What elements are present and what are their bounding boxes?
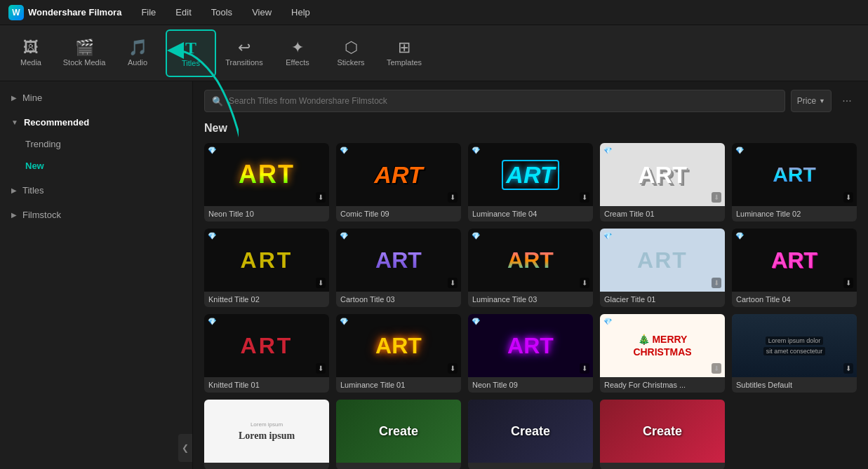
- lorem-text: Lorem ipsum: [239, 430, 295, 442]
- sidebar-titles-header[interactable]: ▶ Titles: [0, 179, 192, 201]
- art-text: ART: [773, 163, 816, 186]
- stickers-label: Stickers: [337, 58, 364, 67]
- download-icon[interactable]: ⬇: [448, 363, 458, 374]
- download-icon[interactable]: ⬇: [712, 192, 721, 203]
- search-input[interactable]: [229, 96, 777, 106]
- card-label-subtitles: Subtitles Default: [732, 377, 857, 393]
- toolbar-effects[interactable]: ✦ Effects: [272, 29, 323, 77]
- create-text-1: Create: [379, 424, 418, 439]
- premium-icon: 💎: [603, 232, 612, 240]
- title-card-cartoon04[interactable]: 💎 ART ⬇ Cartoon Title 04: [732, 229, 857, 307]
- sidebar-mine-header[interactable]: ▶ Mine: [0, 87, 192, 109]
- title-card-knitted02[interactable]: 💎 ART ⬇ Knitted Title 02: [204, 229, 329, 307]
- card-label-cartoon03: Cartoon Title 03: [336, 292, 461, 307]
- download-icon[interactable]: ⬇: [843, 192, 853, 203]
- title-card-neon10[interactable]: 💎 ART ⬇ Neon Title 10: [204, 143, 329, 222]
- art-text: ART: [241, 333, 293, 359]
- card-thumb-knitted01: 💎 ART ⬇: [204, 314, 329, 377]
- title-card-lum01[interactable]: 💎 ART ⬇ Luminance Title 01: [336, 314, 461, 393]
- premium-icon: 💎: [735, 147, 744, 154]
- toolbar-templates[interactable]: ⊞ Templates: [379, 29, 429, 77]
- sidebar-item-trending[interactable]: Trending: [0, 133, 192, 155]
- toolbar-media[interactable]: 🖼 Media: [6, 29, 56, 77]
- premium-icon: 💎: [340, 232, 348, 240]
- app-icon: W: [8, 5, 24, 20]
- download-icon[interactable]: ⬇: [316, 278, 326, 288]
- menu-tools[interactable]: Tools: [208, 6, 235, 19]
- title-card-green[interactable]: Create: [336, 400, 461, 469]
- sidebar-filmstock-header[interactable]: ▶ Filmstock: [0, 204, 192, 226]
- title-card-comic09[interactable]: 💎 ART ⬇ Comic Title 09: [336, 143, 461, 222]
- download-icon[interactable]: ⬇: [712, 278, 721, 288]
- premium-icon: 💎: [472, 318, 480, 325]
- toolbar-stickers[interactable]: ⬡ Stickers: [326, 29, 376, 77]
- toolbar: 🖼 Media 🎬 Stock Media 🎵 Audio T Titles ↩…: [0, 25, 868, 81]
- download-icon[interactable]: ⬇: [448, 278, 458, 288]
- art-text: ART: [375, 247, 422, 273]
- title-card-lum02[interactable]: 💎 ART ⬇ Luminance Title 02: [732, 143, 857, 222]
- premium-icon: 💎: [340, 147, 348, 154]
- card-label-lum02: Luminance Title 02: [732, 206, 857, 222]
- download-icon[interactable]: ⬇: [580, 278, 589, 288]
- card-label-cartoon04: Cartoon Title 04: [732, 292, 857, 307]
- card-thumb-create2: Create: [468, 400, 593, 463]
- card-thumb-christmas: 💎 🎄 MERRYCHRISTMAS ⬇: [600, 314, 725, 377]
- premium-icon: 💎: [472, 147, 480, 154]
- title-card-glacier01[interactable]: 💎 ART ⬇ Glacier Title 01: [600, 229, 725, 307]
- download-icon[interactable]: ⬇: [580, 363, 589, 374]
- title-card-neon09[interactable]: 💎 ART ⬇ Neon Title 09: [468, 314, 593, 393]
- download-icon[interactable]: ⬇: [448, 192, 458, 203]
- download-icon[interactable]: ⬇: [316, 363, 326, 374]
- sidebar-collapse-button[interactable]: ❮: [178, 434, 192, 462]
- price-filter[interactable]: Price ▼: [791, 90, 832, 112]
- effects-icon: ✦: [291, 40, 304, 55]
- premium-icon: 💎: [208, 318, 216, 325]
- download-icon[interactable]: ⬇: [580, 192, 589, 203]
- audio-icon: 🎵: [128, 40, 147, 55]
- download-icon[interactable]: ⬇: [843, 363, 853, 374]
- card-label-knitted02: Knitted Title 02: [204, 292, 329, 307]
- download-icon[interactable]: ⬇: [316, 192, 326, 203]
- mine-arrow-icon: ▶: [11, 94, 17, 102]
- premium-icon: 💎: [208, 232, 216, 240]
- more-options-button[interactable]: ···: [837, 91, 857, 111]
- menu-help[interactable]: Help: [288, 6, 313, 19]
- title-card-lorem[interactable]: Lorem ipsum Lorem ipsum: [204, 400, 329, 469]
- toolbar-transitions[interactable]: ↩ Transitions: [219, 29, 269, 77]
- download-icon[interactable]: ⬇: [712, 363, 721, 374]
- sidebar-section-mine: ▶ Mine: [0, 87, 192, 109]
- title-card-christmas[interactable]: 💎 🎄 MERRYCHRISTMAS ⬇ Ready For Christmas…: [600, 314, 725, 393]
- art-text: ART: [502, 160, 559, 190]
- art-text: ART: [638, 161, 687, 189]
- download-icon[interactable]: ⬇: [843, 278, 853, 288]
- card-thumb-cream01: 💎 ART ⬇: [600, 143, 725, 206]
- premium-icon: 💎: [208, 147, 216, 154]
- title-card-subtitles[interactable]: Lorem ipsum dolor sit amet consectetur ⬇…: [732, 314, 857, 393]
- card-label-lum04: Luminance Title 04: [468, 206, 593, 222]
- card-thumb-neon10: 💎 ART ⬇: [204, 143, 329, 206]
- sidebar-section-filmstock: ▶ Filmstock: [0, 204, 192, 226]
- stickers-icon: ⬡: [345, 40, 358, 55]
- lorem-sublabel: Lorem ipsum: [251, 421, 283, 428]
- title-card-cartoon03[interactable]: 💎 ART ⬇ Cartoon Title 03: [336, 229, 461, 307]
- menu-file[interactable]: File: [138, 6, 159, 19]
- sidebar-recommended-header[interactable]: ▼ Recommended: [0, 111, 192, 133]
- sidebar-section-recommended: ▼ Recommended Trending New: [0, 111, 192, 177]
- title-card-knitted01[interactable]: 💎 ART ⬇ Knitted Title 01: [204, 314, 329, 393]
- toolbar-stock-media[interactable]: 🎬 Stock Media: [59, 29, 109, 77]
- menu-edit[interactable]: Edit: [173, 6, 194, 19]
- title-card-create3[interactable]: Create: [600, 400, 725, 469]
- card-thumb-lum03: 💎 ART ⬇: [468, 229, 593, 292]
- titles-label: Titles: [182, 59, 200, 67]
- art-text: ART: [507, 247, 554, 273]
- toolbar-titles[interactable]: T Titles: [166, 29, 216, 77]
- menu-bar: File Edit Tools View Help: [138, 6, 312, 19]
- title-card-lum03[interactable]: 💎 ART ⬇ Luminance Title 03: [468, 229, 593, 307]
- toolbar-audio[interactable]: 🎵 Audio: [112, 29, 163, 77]
- card-label-neon09: Neon Title 09: [468, 377, 593, 393]
- title-card-cream01[interactable]: 💎 ART ⬇ Cream Title 01: [600, 143, 725, 222]
- sidebar-item-new[interactable]: New: [0, 155, 192, 177]
- title-card-lum04[interactable]: 💎 ART ⬇ Luminance Title 04: [468, 143, 593, 222]
- title-card-create2[interactable]: Create: [468, 400, 593, 469]
- menu-view[interactable]: View: [249, 6, 274, 19]
